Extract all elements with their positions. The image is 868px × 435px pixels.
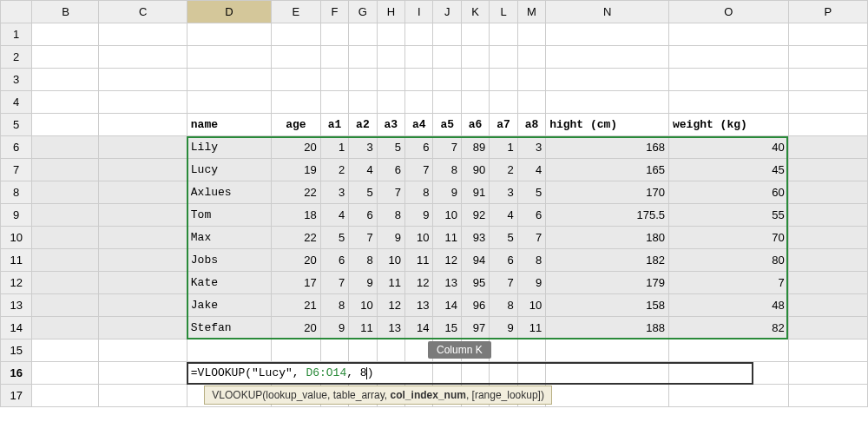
cell-K5[interactable]: a6 — [461, 114, 489, 136]
cell-B4[interactable] — [32, 91, 99, 114]
cell-M1[interactable] — [517, 23, 545, 46]
cell-D5[interactable]: name — [187, 114, 271, 136]
cell-D3[interactable] — [187, 69, 271, 91]
cell-K9[interactable]: 92 — [461, 204, 489, 227]
col-header-N[interactable]: N — [546, 1, 669, 23]
cell-O16[interactable] — [669, 362, 789, 385]
cell-N2[interactable] — [546, 46, 669, 69]
cell-O7[interactable]: 45 — [669, 159, 789, 181]
cell-L4[interactable] — [490, 91, 517, 114]
cell-K10[interactable]: 93 — [461, 227, 489, 249]
cell-E3[interactable] — [272, 69, 321, 91]
cell-I13[interactable]: 13 — [405, 294, 433, 317]
cell-B7[interactable] — [32, 159, 99, 181]
cell-H10[interactable]: 9 — [377, 227, 404, 249]
col-header-G[interactable]: G — [349, 1, 377, 23]
cell-D4[interactable] — [187, 91, 271, 114]
cell-M13[interactable]: 10 — [517, 294, 545, 317]
cell-D6[interactable]: Lily — [187, 136, 271, 159]
cell-J12[interactable]: 13 — [433, 272, 461, 294]
cell-P17[interactable] — [788, 385, 867, 407]
cell-N12[interactable]: 179 — [546, 272, 669, 294]
cell-N3[interactable] — [546, 69, 669, 91]
grid[interactable]: BCDEFGHIJKLMNOP 12345nameagea1a2a3a4a5a6… — [0, 0, 868, 407]
cell-K8[interactable]: 91 — [461, 181, 489, 204]
cell-N11[interactable]: 182 — [546, 249, 669, 272]
cell-G6[interactable]: 3 — [349, 136, 377, 159]
cell-K13[interactable]: 96 — [461, 294, 489, 317]
cell-O9[interactable]: 55 — [669, 204, 789, 227]
cell-M7[interactable]: 4 — [517, 159, 545, 181]
cell-L10[interactable]: 5 — [490, 227, 517, 249]
cell-D15[interactable] — [187, 339, 271, 362]
cell-C4[interactable] — [99, 91, 187, 114]
cell-C12[interactable] — [99, 272, 187, 294]
cell-L13[interactable]: 8 — [490, 294, 517, 317]
cell-C2[interactable] — [99, 46, 187, 69]
row-header-7[interactable]: 7 — [1, 159, 32, 181]
cell-I15[interactable] — [405, 339, 433, 362]
cell-P4[interactable] — [788, 91, 867, 114]
row-header-17[interactable]: 17 — [1, 385, 32, 407]
row-header-13[interactable]: 13 — [1, 294, 32, 317]
cell-J16[interactable] — [433, 362, 461, 385]
cell-J9[interactable]: 10 — [433, 204, 461, 227]
cell-E8[interactable]: 22 — [272, 181, 321, 204]
cell-G5[interactable]: a2 — [349, 114, 377, 136]
cell-L9[interactable]: 4 — [490, 204, 517, 227]
row-header-9[interactable]: 9 — [1, 204, 32, 227]
cell-E13[interactable]: 21 — [272, 294, 321, 317]
cell-O6[interactable]: 40 — [669, 136, 789, 159]
cell-B16[interactable] — [32, 362, 99, 385]
cell-L2[interactable] — [490, 46, 517, 69]
cell-H4[interactable] — [377, 91, 404, 114]
cell-M11[interactable]: 8 — [517, 249, 545, 272]
cell-J13[interactable]: 14 — [433, 294, 461, 317]
cell-C13[interactable] — [99, 294, 187, 317]
cell-K12[interactable]: 95 — [461, 272, 489, 294]
cell-O5[interactable]: weight (kg) — [669, 114, 789, 136]
cell-J15[interactable] — [433, 339, 461, 362]
cell-B14[interactable] — [32, 317, 99, 339]
cell-F9[interactable]: 4 — [320, 204, 348, 227]
cell-P7[interactable] — [788, 159, 867, 181]
col-header-K[interactable]: K — [461, 1, 489, 23]
cell-C1[interactable] — [99, 23, 187, 46]
cell-E6[interactable]: 20 — [272, 136, 321, 159]
cell-I2[interactable] — [405, 46, 433, 69]
cell-E1[interactable] — [272, 23, 321, 46]
cell-L3[interactable] — [490, 69, 517, 91]
cell-P6[interactable] — [788, 136, 867, 159]
cell-J14[interactable]: 15 — [433, 317, 461, 339]
cell-N15[interactable] — [546, 339, 669, 362]
cell-I6[interactable]: 6 — [405, 136, 433, 159]
cell-E9[interactable]: 18 — [272, 204, 321, 227]
cell-D9[interactable]: Tom — [187, 204, 271, 227]
col-header-P[interactable]: P — [788, 1, 867, 23]
cell-H13[interactable]: 12 — [377, 294, 404, 317]
cell-C5[interactable] — [99, 114, 187, 136]
cell-H1[interactable] — [377, 23, 404, 46]
cell-B15[interactable] — [32, 339, 99, 362]
cell-L7[interactable]: 2 — [490, 159, 517, 181]
cell-C14[interactable] — [99, 317, 187, 339]
row-header-14[interactable]: 14 — [1, 317, 32, 339]
cell-I8[interactable]: 8 — [405, 181, 433, 204]
cell-C10[interactable] — [99, 227, 187, 249]
cell-O4[interactable] — [669, 91, 789, 114]
cell-J2[interactable] — [433, 46, 461, 69]
col-header-E[interactable]: E — [272, 1, 321, 23]
cell-H11[interactable]: 10 — [377, 249, 404, 272]
cell-P1[interactable] — [788, 23, 867, 46]
cell-N8[interactable]: 170 — [546, 181, 669, 204]
cell-O17[interactable] — [669, 385, 789, 407]
cell-M2[interactable] — [517, 46, 545, 69]
cell-D8[interactable]: Axlues — [187, 181, 271, 204]
cell-P12[interactable] — [788, 272, 867, 294]
cell-H9[interactable]: 8 — [377, 204, 404, 227]
cell-O1[interactable] — [669, 23, 789, 46]
cell-P16[interactable] — [788, 362, 867, 385]
cell-H3[interactable] — [377, 69, 404, 91]
cell-F8[interactable]: 3 — [320, 181, 348, 204]
cell-O14[interactable]: 82 — [669, 317, 789, 339]
